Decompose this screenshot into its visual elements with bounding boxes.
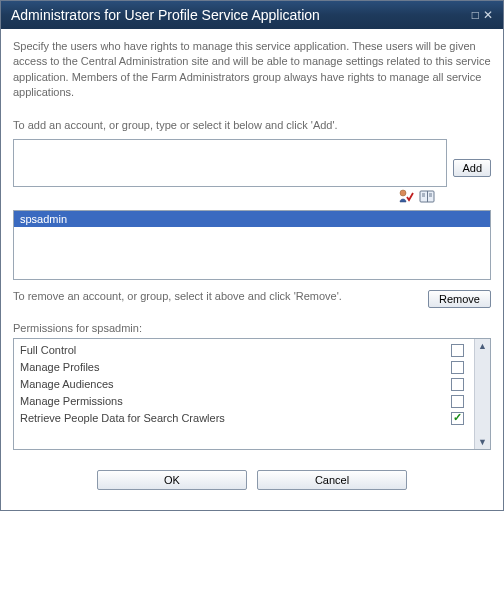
dialog: Administrators for User Profile Service … <box>0 0 504 511</box>
add-button[interactable]: Add <box>453 159 491 177</box>
svg-rect-2 <box>427 191 428 202</box>
permission-checkbox-manage-audiences[interactable] <box>451 378 464 391</box>
permission-label: Manage Permissions <box>20 395 123 407</box>
list-item[interactable]: spsadmin <box>14 211 490 227</box>
cancel-button[interactable]: Cancel <box>257 470 407 490</box>
permission-item: Manage Audiences <box>18 376 470 393</box>
permission-item: Manage Profiles <box>18 359 470 376</box>
permission-label: Retrieve People Data for Search Crawlers <box>20 412 225 424</box>
permission-label: Manage Audiences <box>20 378 114 390</box>
browse-icon[interactable] <box>419 189 435 206</box>
add-instruction: To add an account, or group, type or sel… <box>13 119 491 131</box>
permission-item: Full Control <box>18 342 470 359</box>
window-controls: □ ✕ <box>472 9 493 21</box>
permissions-label: Permissions for spsadmin: <box>13 322 491 334</box>
remove-row: To remove an account, or group, select i… <box>13 290 491 308</box>
add-row: Add <box>13 139 491 187</box>
maximize-icon[interactable]: □ <box>472 9 479 21</box>
permission-checkbox-manage-profiles[interactable] <box>451 361 464 374</box>
svg-point-0 <box>400 190 406 196</box>
scroll-up-icon[interactable]: ▲ <box>478 339 487 353</box>
permissions-box: Full Control Manage Profiles Manage Audi… <box>13 338 491 450</box>
titlebar: Administrators for User Profile Service … <box>1 1 503 29</box>
dialog-title: Administrators for User Profile Service … <box>11 7 320 23</box>
permission-item: Manage Permissions <box>18 393 470 410</box>
permissions-list: Full Control Manage Profiles Manage Audi… <box>14 339 474 449</box>
people-picker-icons <box>13 189 491 206</box>
close-icon[interactable]: ✕ <box>483 9 493 21</box>
permission-checkbox-full-control[interactable] <box>451 344 464 357</box>
ok-button[interactable]: OK <box>97 470 247 490</box>
scrollbar[interactable]: ▲ ▼ <box>474 339 490 449</box>
permission-checkbox-manage-permissions[interactable] <box>451 395 464 408</box>
permission-label: Full Control <box>20 344 76 356</box>
check-names-icon[interactable] <box>398 189 414 206</box>
account-input[interactable] <box>13 139 447 187</box>
accounts-listbox[interactable]: spsadmin <box>13 210 491 280</box>
permission-item: Retrieve People Data for Search Crawlers <box>18 410 470 427</box>
permission-label: Manage Profiles <box>20 361 100 373</box>
scroll-down-icon[interactable]: ▼ <box>478 435 487 449</box>
dialog-buttons: OK Cancel <box>13 470 491 490</box>
remove-instruction: To remove an account, or group, select i… <box>13 290 422 302</box>
remove-button[interactable]: Remove <box>428 290 491 308</box>
description-text: Specify the users who have rights to man… <box>13 39 491 101</box>
permission-checkbox-retrieve-people-data[interactable] <box>451 412 464 425</box>
dialog-content: Specify the users who have rights to man… <box>1 29 503 510</box>
